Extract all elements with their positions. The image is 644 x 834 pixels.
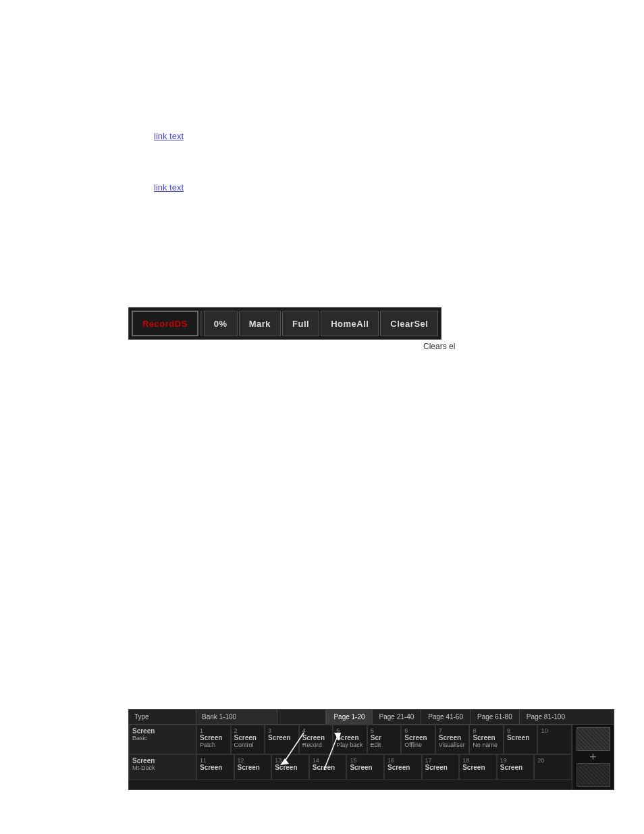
cell-7-title: Screen <box>439 734 466 741</box>
cell-18[interactable]: 18 Screen <box>459 754 497 780</box>
cell-18-num: 18 <box>462 757 493 764</box>
clear-sel-button[interactable]: ClearSel <box>380 311 438 336</box>
cell-4[interactable]: 4 Screen Record <box>299 725 333 754</box>
page-61-80-label: Page 61-80 <box>477 713 512 721</box>
cell-12-title: Screen <box>238 764 269 771</box>
browser-row-1: Screen Basic 1 Screen Patch 2 Screen Con… <box>129 725 572 754</box>
type-cell-row2: Screen Mt-Dock <box>129 754 196 780</box>
page-21-40-label: Page 21-40 <box>379 713 414 721</box>
bank-label: Bank 1-100 <box>202 713 236 721</box>
link-1-text: link text <box>154 131 184 141</box>
cell-7[interactable]: 7 Screen Visualiser <box>435 725 470 754</box>
cell-10-num: 10 <box>541 727 568 734</box>
cell-2-title: Screen <box>234 734 262 741</box>
cell-8[interactable]: 8 Screen No name <box>469 725 504 754</box>
cell-7-num: 7 <box>439 727 466 734</box>
toolbar-separator <box>200 311 203 336</box>
cell-19[interactable]: 19 Screen <box>497 754 535 780</box>
link-2[interactable]: link text <box>154 181 184 193</box>
cell-16-title: Screen <box>387 764 419 771</box>
cell-4-sub: Record <box>302 741 330 748</box>
browser-grid-area: Screen Basic 1 Screen Patch 2 Screen Con… <box>129 725 572 789</box>
cell-14[interactable]: 14 Screen <box>309 754 347 780</box>
page-tab-21-40[interactable]: Page 21-40 <box>372 710 421 725</box>
zero-percent-button[interactable]: 0% <box>204 311 238 336</box>
cell-6-title: Screen <box>404 734 432 741</box>
link-1[interactable]: link text <box>154 130 184 142</box>
cell-15-title: Screen <box>350 764 381 771</box>
cell-6-sub: Offline <box>404 741 432 748</box>
header-spacer <box>277 710 326 724</box>
type-column-header: Type <box>129 710 196 724</box>
cell-6-num: 6 <box>404 727 432 734</box>
page-tabs: Page 1-20 Page 21-40 Page 41-60 Page 61-… <box>326 710 572 725</box>
link-2-text: link text <box>154 182 184 192</box>
browser-right-panel: + <box>572 725 614 789</box>
cell-5[interactable]: 5 Screen Play back <box>333 725 367 754</box>
cell-5-sub: Play back <box>336 741 364 748</box>
mark-button[interactable]: Mark <box>239 311 281 336</box>
cell-12[interactable]: 12 Screen <box>234 754 272 780</box>
page-41-60-label: Page 41-60 <box>428 713 463 721</box>
cell-8-title: Screen <box>473 734 500 741</box>
cell-17[interactable]: 17 Screen <box>422 754 460 780</box>
cell-8-num: 8 <box>473 727 500 734</box>
clears-el-tooltip: Clears el <box>423 342 455 351</box>
cell-11[interactable]: 11 Screen <box>196 754 234 780</box>
page-tab-1-20[interactable]: Page 1-20 <box>326 710 371 725</box>
plus-button[interactable]: + <box>589 751 597 763</box>
cell-9-title: Screen <box>507 734 535 741</box>
cell-15[interactable]: 15 Screen <box>346 754 384 780</box>
type-cell-row2-sub: Mt-Dock <box>132 764 193 771</box>
cell-4-num: 4 <box>302 727 330 734</box>
cell-5b-title: Scr <box>371 734 398 741</box>
full-button[interactable]: Full <box>282 311 319 336</box>
cell-1-title: Screen <box>200 734 227 741</box>
browser-header: Type Bank 1-100 Page 1-20 Page 21-40 Pag… <box>129 710 614 725</box>
screen-browser: Type Bank 1-100 Page 1-20 Page 21-40 Pag… <box>128 709 614 790</box>
record-ds-button[interactable]: RecordDS <box>132 311 198 336</box>
cell-5b-num: 5 <box>371 727 398 734</box>
cell-17-title: Screen <box>425 764 456 771</box>
home-all-button[interactable]: HomeAll <box>321 311 379 336</box>
cell-1-num: 1 <box>200 727 227 734</box>
cell-11-title: Screen <box>200 764 231 771</box>
cell-15-num: 15 <box>350 757 381 764</box>
page-tab-41-60[interactable]: Page 41-60 <box>421 710 470 725</box>
bank-column-header: Bank 1-100 <box>196 710 277 724</box>
cell-19-num: 19 <box>500 757 531 764</box>
cell-3-title: Screen <box>268 734 296 741</box>
page-81-100-label: Page 81-100 <box>527 713 565 721</box>
cell-12-num: 12 <box>238 757 269 764</box>
cell-10[interactable]: 10 <box>537 725 572 754</box>
cell-2-sub: Control <box>234 741 262 748</box>
cell-9[interactable]: 9 Screen <box>504 725 538 754</box>
cell-3-num: 3 <box>268 727 296 734</box>
page-1-20-label: Page 1-20 <box>333 713 365 721</box>
cell-5-title: Screen <box>336 734 364 741</box>
cell-2[interactable]: 2 Screen Control <box>231 725 265 754</box>
browser-content: Screen Basic 1 Screen Patch 2 Screen Con… <box>129 725 614 789</box>
cell-4-title: Screen <box>302 734 330 741</box>
cell-5b-sub: Edit <box>371 741 398 748</box>
cell-13[interactable]: 13 Screen <box>271 754 309 780</box>
cell-1[interactable]: 1 Screen Patch <box>196 725 231 754</box>
preview-thumb-bottom <box>576 763 610 787</box>
cell-6[interactable]: 6 Screen Offline <box>401 725 435 754</box>
cell-3[interactable]: 3 Screen <box>265 725 299 754</box>
preview-thumb-top <box>576 727 610 751</box>
cell-5b[interactable]: 5 Scr Edit <box>367 725 402 754</box>
cell-8-sub: No name <box>473 741 500 748</box>
cell-11-num: 11 <box>200 757 231 764</box>
cell-2-num: 2 <box>234 727 262 734</box>
cell-13-num: 13 <box>275 757 306 764</box>
cell-16[interactable]: 16 Screen <box>384 754 422 780</box>
cell-17-num: 17 <box>425 757 456 764</box>
toolbar: RecordDS 0% Mark Full HomeAll ClearSel <box>128 307 441 340</box>
type-cell-row2-title: Screen <box>132 757 193 764</box>
type-label: Type <box>134 713 149 721</box>
page-tab-61-80[interactable]: Page 61-80 <box>470 710 519 725</box>
page-tab-81-100[interactable]: Page 81-100 <box>519 710 572 725</box>
cell-14-num: 14 <box>313 757 344 764</box>
cell-20[interactable]: 20 <box>534 754 572 780</box>
